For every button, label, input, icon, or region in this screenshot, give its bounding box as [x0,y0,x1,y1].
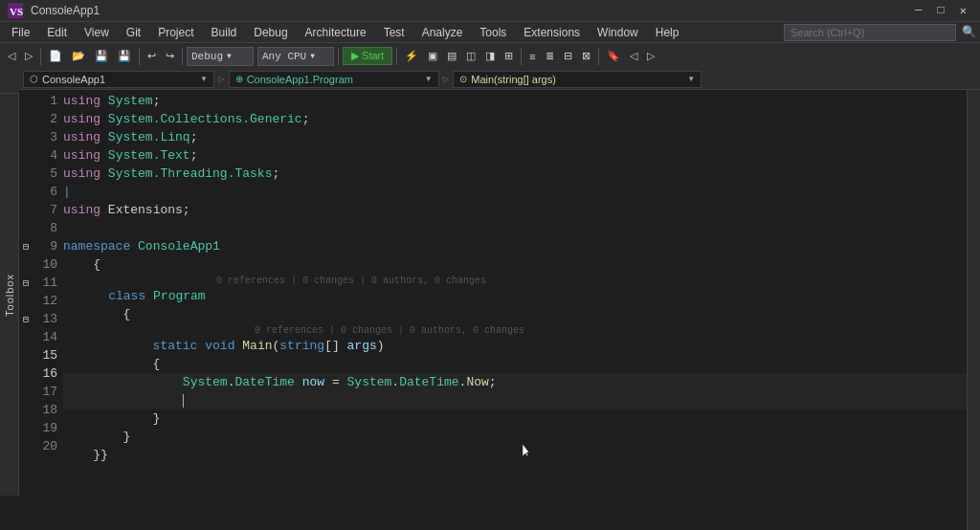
ns-extensions: Extensions [108,201,183,219]
kw-void: void [205,337,234,355]
ln-10: 10 [33,255,57,274]
fold-5 [19,165,33,183]
nav-class-arrow: ▼ [425,75,433,83]
ns-linq: System.Linq [108,128,190,146]
code-line-1: using System; [63,92,967,110]
menu-tools[interactable]: Tools [472,24,514,41]
tb-btn-3[interactable]: ◫ [462,48,479,64]
toolbar-sep-6 [521,48,522,65]
nav-separator-2: ▷ [443,73,450,85]
fold-18 [19,401,33,419]
debug-config-arrow-icon: ▼ [227,52,232,60]
platform-dropdown[interactable]: Any CPU ▼ [257,47,334,66]
ln-19: 19 [33,419,57,437]
platform-label: Any CPU [262,51,306,62]
code-line-13: static void Main(string[] args) [63,337,967,355]
toolbar-sep-7 [598,48,599,65]
debug-config-label: Debug [191,51,223,62]
tb-btn-2[interactable]: ▤ [443,48,460,64]
toolbox-label: Toolbox [4,274,15,317]
toolbar-sep-2 [139,48,140,65]
menu-debug[interactable]: Debug [246,24,295,41]
nav-project-dropdown[interactable]: ⬡ ConsoleApp1 ▼ [23,71,214,88]
title-bar: VS ConsoleApp1 ─ □ ✕ [0,0,980,21]
menu-git[interactable]: Git [119,24,148,41]
cursor [183,394,184,408]
redo-btn[interactable]: ↪ [162,48,178,64]
ln-3: 3 [33,128,57,146]
new-file-btn[interactable]: 📄 [45,48,66,64]
save-all-btn[interactable]: 💾 [114,48,135,64]
code-line-18: } [63,428,967,446]
attach-btn[interactable]: ⚡ [401,48,422,64]
ln-2: 2 [33,110,57,128]
kw-static: static [63,337,197,355]
nav-method-dropdown[interactable]: ⊙ Main(string[] args) ▼ [453,71,702,88]
ln-11: 11 [33,274,57,292]
kw-using-1: using [63,92,100,110]
menu-view[interactable]: View [77,24,117,41]
open-btn[interactable]: 📂 [68,48,89,64]
menu-help[interactable]: Help [648,24,687,41]
menu-extensions[interactable]: Extensions [516,24,588,41]
nav-method-label: Main(string[] args) [471,74,556,85]
toolbox-sidebar[interactable]: Toolbox [0,94,19,496]
prev-bookmark-btn[interactable]: ◁ [626,48,641,64]
menu-analyze[interactable]: Analyze [414,24,471,41]
tb-btn-8[interactable]: ⊟ [560,48,576,64]
tb-btn-5[interactable]: ⊞ [501,48,517,64]
code-line-17: } [63,409,967,428]
start-btn[interactable]: ▶ Start [343,47,392,65]
forward-btn[interactable]: ▷ [21,48,36,64]
title-bar-left: VS ConsoleApp1 [8,3,100,18]
code-line-14: { [63,355,967,373]
ns-text: System.Text [108,146,190,165]
fold-7 [19,201,33,219]
nav-class-dropdown[interactable]: ⊕ ConsoleApp1.Program ▼ [229,71,439,88]
back-btn[interactable]: ◁ [4,48,19,64]
fold-14 [19,328,33,346]
code-line-4: using System.Text; [63,146,967,165]
menu-project[interactable]: Project [150,24,201,41]
save-btn[interactable]: 💾 [91,48,112,64]
tb-btn-7[interactable]: ≣ [542,48,558,64]
search-icon[interactable]: 🔍 [962,25,976,39]
minimize-icon[interactable]: ─ [909,4,927,18]
ln-5: 5 [33,165,57,183]
next-bookmark-btn[interactable]: ▷ [643,48,658,64]
search-input[interactable] [784,24,956,41]
fold-19 [19,419,33,437]
kw-using-3: using [63,128,100,146]
scrollbar[interactable] [967,90,980,530]
close-icon[interactable]: ✕ [954,4,972,18]
menu-test[interactable]: Test [376,24,412,41]
tb-btn-4[interactable]: ◨ [481,48,499,64]
menu-edit[interactable]: Edit [39,24,75,41]
code-editor[interactable]: using System; using System.Collections.G… [63,90,967,530]
menu-architecture[interactable]: Architecture [298,24,374,41]
debug-config-dropdown[interactable]: Debug ▼ [187,47,254,66]
tb-btn-9[interactable]: ⊠ [578,48,594,64]
code-line-6: | [63,183,967,201]
nav-project-label: ConsoleApp1 [42,74,105,85]
ln-15: 15 [33,346,57,364]
menu-file[interactable]: File [4,24,37,41]
bookmark-btn[interactable]: 🔖 [603,48,624,64]
maximize-icon[interactable]: □ [932,4,950,18]
ln-16: 16 [33,364,57,383]
menu-window[interactable]: Window [590,24,646,41]
toolbar-sep-1 [40,48,41,65]
undo-btn[interactable]: ↩ [144,48,160,64]
menu-build[interactable]: Build [204,24,245,41]
fold-6 [19,183,33,201]
code-line-15: System.DateTime now = System.DateTime.No… [63,373,967,391]
tb-btn-6[interactable]: ≡ [525,49,539,64]
ns-collections: System.Collections.Generic [108,110,302,128]
ln-4: 4 [33,146,57,165]
menu-bar: File Edit View Git Project Build Debug A… [0,21,980,42]
nav-project-icon: ⬡ [30,74,38,84]
prop-now: Now [466,373,488,391]
tb-btn-1[interactable]: ▣ [424,48,441,64]
toolbar-sep-4 [338,48,339,65]
ln-14: 14 [33,328,57,346]
